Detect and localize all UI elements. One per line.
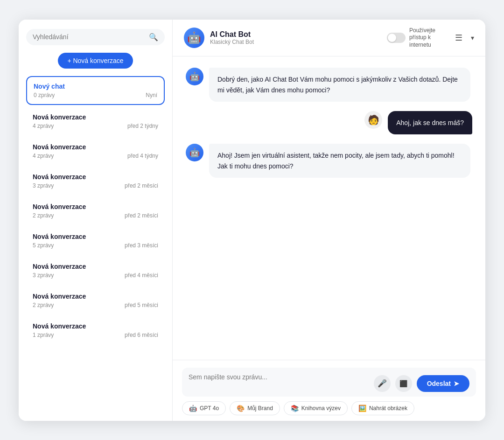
conversation-meta: 1 zprávy před 6 měsíci [33, 332, 158, 338]
header-info: AI Chat Bot Klasický Chat Bot [210, 30, 381, 45]
toolbar-label: GPT 4o [200, 405, 219, 412]
conversation-meta: 4 zprávy před 2 týdny [33, 123, 158, 129]
toggle-knob [388, 34, 396, 42]
search-input[interactable] [33, 33, 145, 41]
toolbar-row: 🤖GPT 4o🎨Můj Brand📚Knihovna výzev🖼️Nahrát… [182, 401, 476, 415]
time-label: před 2 měsíci [125, 182, 158, 189]
conversation-title: Nová konverzace [33, 143, 158, 151]
time-label: před 5 měsíci [125, 302, 158, 308]
conversation-title: Nová konverzace [33, 322, 158, 330]
bot-message-avatar: 🤖 [186, 68, 203, 85]
toolbar-icon: 🎨 [237, 405, 245, 412]
table-row: 🤖 Ahoj! Jsem jen virtuální asistent, tak… [186, 144, 472, 178]
message-count: 2 zprávy [33, 302, 54, 308]
bot-message-bubble: Dobrý den, jako AI Chat Bot Vám mohu pom… [209, 68, 470, 102]
conversation-title: Nová konverzace [33, 293, 158, 300]
toolbar-button[interactable]: 🖼️Nahrát obrázek [351, 401, 414, 415]
conversation-title: Nová konverzace [33, 233, 158, 240]
user-message-bubble: Ahoj, jak se dnes máš? [388, 111, 472, 134]
conversation-title: Nová konverzace [33, 113, 158, 121]
list-item[interactable]: Nová konverzace 5 zprávy před 3 měsíci [26, 227, 165, 254]
input-row: 🎤 ⬛ Odeslat ➤ [182, 368, 476, 397]
conversation-title: Nová konverzace [33, 203, 158, 210]
list-item[interactable]: Nová konverzace 2 zprávy před 5 měsíci [26, 287, 165, 314]
time-label: před 3 měsíci [125, 242, 158, 249]
list-item[interactable]: Nová konverzace 4 zprávy před 4 týdny [26, 138, 165, 165]
conversation-meta: 2 zprávy před 5 měsíci [33, 302, 158, 308]
sidebar: 🔍 + Nová konverzace Nový chat 0 zprávy N… [19, 20, 173, 421]
message-count-active: 0 zprávy [34, 92, 55, 98]
conversation-meta-active: 0 zprávy Nyní [34, 92, 157, 98]
toolbar-icon: 📚 [291, 405, 299, 412]
bot-subtitle: Klasický Chat Bot [210, 39, 381, 45]
input-area: 🎤 ⬛ Odeslat ➤ 🤖GPT 4o🎨Můj Brand📚Knihovna… [173, 360, 485, 421]
header-actions: Používejte přístup k internetu ☰ ▾ [387, 27, 474, 49]
message-count: 4 zprávy [33, 153, 54, 159]
conversation-title: Nová konverzace [33, 173, 158, 181]
bot-avatar: 🤖 [184, 28, 204, 48]
messages-area: 🤖 Dobrý den, jako AI Chat Bot Vám mohu p… [173, 56, 485, 359]
time-label: před 4 týdny [127, 153, 158, 159]
time-label: před 4 měsíci [125, 272, 158, 279]
message-count: 3 zprávy [33, 272, 54, 279]
internet-toggle-wrap: Používejte přístup k internetu [387, 27, 447, 49]
table-row: Ahoj, jak se dnes máš? 🧑 [186, 111, 472, 134]
time-label: před 6 měsíci [125, 332, 158, 338]
bot-name: AI Chat Bot [210, 30, 381, 39]
conversation-list: Nový chat 0 zprávy Nyní Nová konverzace … [26, 76, 165, 413]
send-label: Odeslat [427, 380, 451, 387]
microphone-button[interactable]: 🎤 [374, 375, 391, 392]
internet-toggle[interactable] [387, 33, 406, 43]
list-item[interactable]: Nová konverzace 3 zprávy před 4 měsíci [26, 257, 165, 284]
conversation-meta: 2 zprávy před 2 měsíci [33, 212, 158, 219]
toolbar-button[interactable]: 🤖GPT 4o [182, 401, 226, 415]
bot-avatar-emoji: 🤖 [187, 31, 201, 44]
chat-area: 🤖 AI Chat Bot Klasický Chat Bot Používej… [173, 20, 485, 421]
message-count: 3 zprávy [33, 182, 54, 189]
new-conversation-button[interactable]: + Nová konverzace [58, 53, 133, 69]
message-count: 2 zprávy [33, 212, 54, 219]
chat-header: 🤖 AI Chat Bot Klasický Chat Bot Používej… [173, 20, 485, 57]
send-button[interactable]: Odeslat ➤ [417, 375, 469, 392]
user-message-avatar: 🧑 [364, 111, 382, 129]
conversation-meta: 4 zprávy před 4 týdny [33, 153, 158, 159]
conversation-meta: 3 zprávy před 2 měsíci [33, 182, 158, 189]
internet-toggle-label: Používejte přístup k internetu [409, 27, 447, 49]
toolbar-icon: 🖼️ [358, 405, 366, 412]
toolbar-label: Nahrát obrázek [369, 405, 407, 412]
conversation-title: Nová konverzace [33, 263, 158, 270]
search-bar: 🔍 [26, 29, 165, 45]
bot-message-bubble: Ahoj! Jsem jen virtuální asistent, takže… [209, 144, 470, 178]
time-label: před 2 měsíci [125, 212, 158, 219]
menu-button[interactable]: ☰ [451, 31, 466, 45]
conversation-title-active: Nový chat [34, 83, 157, 90]
conversation-meta: 5 zprávy před 3 měsíci [33, 242, 158, 249]
time-label: před 2 týdny [127, 123, 158, 129]
list-item[interactable]: Nová konverzace 3 zprávy před 2 měsíci [26, 168, 165, 195]
chevron-down-button[interactable]: ▾ [471, 34, 474, 42]
list-item[interactable]: Nová konverzace 4 zprávy před 2 týdny [26, 108, 165, 135]
message-count: 5 zprávy [33, 242, 54, 249]
conversation-item-active[interactable]: Nový chat 0 zprávy Nyní [26, 76, 165, 105]
toolbar-label: Knihovna výzev [301, 405, 341, 412]
toolbar-icon: 🤖 [189, 405, 197, 412]
message-count: 4 zprávy [33, 123, 54, 129]
search-icon: 🔍 [149, 33, 158, 42]
time-active: Nyní [146, 92, 157, 98]
message-count: 1 zprávy [33, 332, 54, 338]
stop-button[interactable]: ⬛ [395, 375, 412, 392]
toolbar-button[interactable]: 📚Knihovna výzev [284, 401, 348, 415]
toolbar-label: Můj Brand [247, 405, 273, 412]
send-arrow-icon: ➤ [454, 380, 459, 387]
list-item[interactable]: Nová konverzace 1 zprávy před 6 měsíci [26, 317, 165, 344]
list-item[interactable]: Nová konverzace 2 zprávy před 2 měsíci [26, 197, 165, 224]
bot-message-avatar: 🤖 [186, 144, 203, 161]
table-row: 🤖 Dobrý den, jako AI Chat Bot Vám mohu p… [186, 68, 472, 102]
toolbar-button[interactable]: 🎨Můj Brand [230, 401, 280, 415]
message-input[interactable] [189, 372, 369, 392]
conversation-meta: 3 zprávy před 4 měsíci [33, 272, 158, 279]
